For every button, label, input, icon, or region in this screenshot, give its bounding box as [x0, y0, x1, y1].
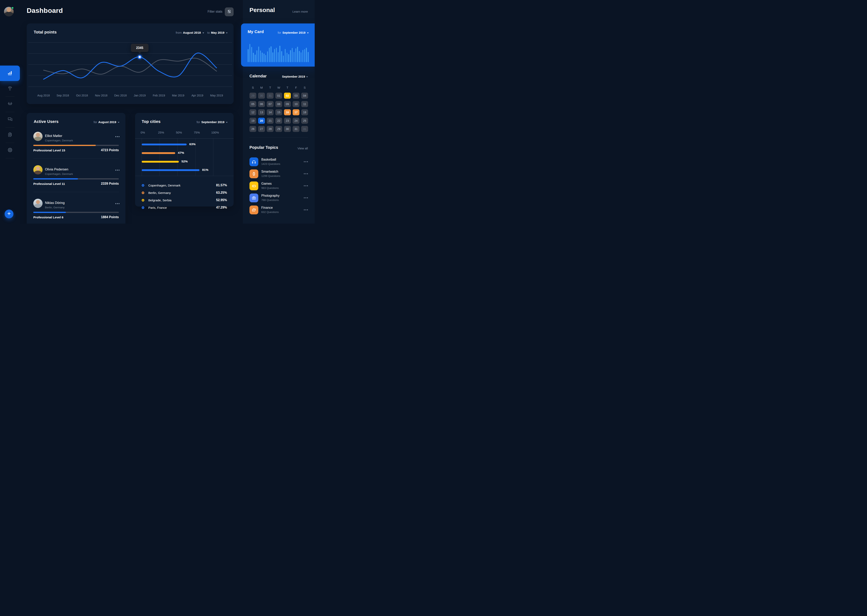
calendar-day[interactable]: 07	[267, 101, 274, 107]
calendar-day[interactable]: 08	[275, 101, 282, 107]
more-options-icon[interactable]	[115, 136, 120, 137]
my-card: My Card forSeptember 2019	[241, 24, 315, 67]
chevron-down-icon[interactable]	[307, 33, 309, 33]
x-axis-tick: Sep 2018	[53, 94, 73, 97]
sidebar-item-settings[interactable]	[0, 145, 20, 156]
user-avatar[interactable]	[33, 199, 43, 208]
topic-name: Games	[261, 182, 272, 185]
legend-city: Belgrade, Serbia	[148, 198, 172, 202]
sidebar-item-milestones[interactable]	[0, 83, 20, 94]
wave-bar	[253, 53, 254, 62]
filter-stats-button[interactable]	[225, 8, 233, 16]
more-options-icon[interactable]	[303, 209, 308, 211]
view-all-link[interactable]: View all	[298, 146, 308, 150]
calendar-day[interactable]: 02	[284, 93, 291, 99]
topic-row[interactable]: Finance 632 Questions	[243, 206, 315, 214]
my-card-range: forSeptember 2019	[277, 31, 309, 34]
calendar-day[interactable]: 29	[249, 93, 256, 99]
sidebar-item-stats[interactable]	[0, 66, 20, 81]
more-options-icon[interactable]	[115, 203, 120, 204]
calendar-day[interactable]: 29	[275, 126, 282, 132]
for-label: for	[93, 120, 97, 124]
legend-row: Paris, France 47.29%	[135, 205, 233, 213]
total-points-line-chart[interactable]	[27, 24, 233, 104]
topic-row[interactable]: Photography 788 Questions	[243, 193, 315, 202]
wave-bar	[274, 49, 275, 62]
wave-bar	[283, 55, 284, 62]
calendar-day[interactable]: 31	[293, 126, 300, 132]
calendar-day[interactable]: 23	[284, 118, 291, 124]
sidebar-item-shop[interactable]	[0, 99, 20, 110]
calendar-day[interactable]: 24	[293, 118, 300, 124]
more-options-icon[interactable]	[115, 170, 120, 171]
user-avatar[interactable]	[33, 132, 43, 141]
wave-bar	[272, 52, 273, 62]
calendar-day[interactable]: 06	[258, 101, 265, 107]
calendar-day[interactable]: 05	[249, 101, 256, 107]
calendar-day[interactable]: 30	[258, 93, 265, 99]
gridline	[213, 138, 213, 176]
calendar-day[interactable]: 30	[284, 126, 291, 132]
calendar-day[interactable]: 31	[301, 126, 308, 132]
calendar-day[interactable]: 27	[258, 126, 265, 132]
calendar-day[interactable]: 17	[293, 109, 300, 115]
topic-row[interactable]: Games 983 Questions	[243, 181, 315, 190]
chevron-down-icon[interactable]	[118, 122, 120, 123]
calendar-day[interactable]: 09	[284, 101, 291, 107]
user-row: Niklas Döring Berlin, Germany Profession…	[27, 195, 125, 223]
add-button[interactable]	[5, 209, 13, 218]
period-value[interactable]: September 2019	[201, 120, 224, 124]
wave-bar	[281, 51, 282, 62]
sidebar-item-messages[interactable]	[0, 114, 20, 125]
topic-row[interactable]: Basketball 1423 Questions	[243, 157, 315, 166]
sidebar-item-documents[interactable]	[0, 130, 20, 140]
period-value[interactable]: August 2019	[98, 120, 116, 124]
calendar-day[interactable]: 01	[275, 93, 282, 99]
calendar-day[interactable]: 15	[275, 109, 282, 115]
calendar-day[interactable]: 10	[293, 101, 300, 107]
calendar-day[interactable]: 28	[267, 126, 274, 132]
popular-topics-title: Popular Topics	[249, 145, 278, 150]
calendar-day[interactable]: 11	[301, 101, 308, 107]
city-bar	[142, 161, 179, 163]
top-cities-title: Top cities	[142, 119, 161, 124]
calendar-day[interactable]: 04	[301, 93, 308, 99]
wave-bar	[262, 53, 263, 62]
calendar-day[interactable]: 25	[301, 118, 308, 124]
avatar[interactable]	[4, 7, 14, 16]
calendar-day[interactable]: 03	[293, 93, 300, 99]
calendar-day[interactable]: 16	[284, 109, 291, 115]
learn-more-link[interactable]: Learn more	[292, 10, 308, 13]
calendar-period[interactable]: September 2019	[282, 75, 308, 78]
filter-stats-label[interactable]: Filter stats	[208, 10, 222, 13]
calendar-day[interactable]: 12	[249, 109, 256, 115]
user-avatar[interactable]	[33, 165, 43, 174]
calendar-day[interactable]: 18	[301, 109, 308, 115]
calendar-day[interactable]: 14	[267, 109, 274, 115]
calendar-day[interactable]: 19	[249, 118, 256, 124]
user-location: Berlin, Germany	[45, 206, 65, 209]
calendar-day[interactable]: 31	[267, 93, 274, 99]
legend-marker	[142, 199, 144, 201]
more-options-icon[interactable]	[303, 173, 308, 174]
wave-bar	[263, 53, 265, 62]
progress-track	[33, 212, 119, 213]
wave-bar	[257, 50, 257, 62]
wave-bar	[293, 52, 295, 62]
topic-row[interactable]: Smartwatch 1299 Questions	[243, 170, 315, 178]
calendar-day[interactable]: 20	[258, 118, 265, 124]
period-value[interactable]: September 2019	[282, 31, 306, 34]
chevron-down-icon[interactable]	[226, 122, 228, 123]
more-options-icon[interactable]	[303, 161, 308, 162]
active-users-range: forAugust 2019	[93, 120, 120, 124]
calendar-day[interactable]: 21	[267, 118, 274, 124]
topic-name: Photography	[261, 194, 279, 198]
more-options-icon[interactable]	[303, 185, 308, 186]
more-options-icon[interactable]	[303, 197, 308, 198]
calendar-day[interactable]: 13	[258, 109, 265, 115]
top-cities-range: forSeptember 2019	[197, 120, 228, 124]
wave-bar	[265, 55, 266, 62]
calendar-day[interactable]: 22	[275, 118, 282, 124]
calendar-day[interactable]: 26	[249, 126, 256, 132]
chevron-down-icon[interactable]	[306, 76, 308, 77]
